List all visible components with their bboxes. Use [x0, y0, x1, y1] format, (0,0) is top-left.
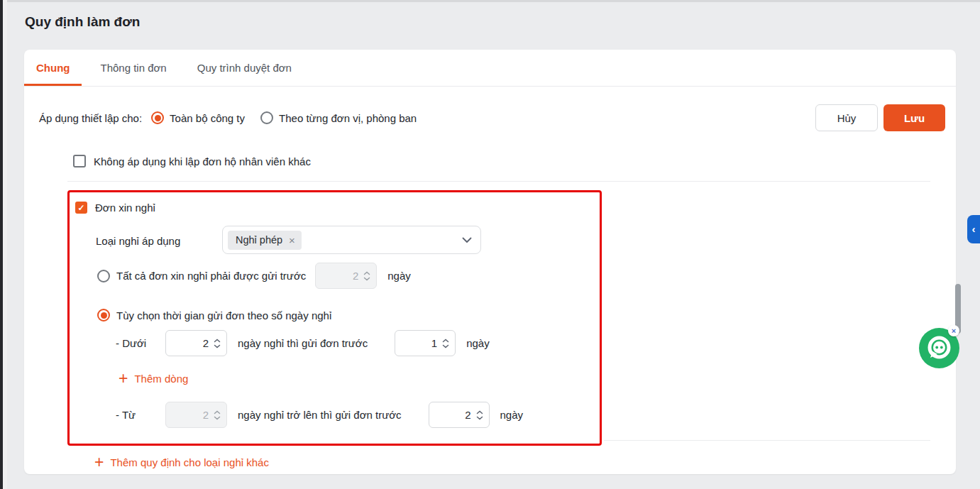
- add-leave-rule-label: Thêm quy định cho loại nghỉ khác: [110, 456, 268, 468]
- divider: [604, 440, 930, 441]
- sidebar-collapse-tab[interactable]: ‹: [967, 215, 980, 243]
- rule-from-prefix: - Từ: [116, 409, 149, 421]
- unit-label: ngày: [466, 337, 490, 349]
- rule-custom-row: Tùy chọn thời gian gửi đơn theo số ngày …: [97, 307, 341, 324]
- cancel-button[interactable]: Hủy: [815, 104, 878, 131]
- tab-quy-trinh-duyet-don[interactable]: Quy trình duyệt đơn: [185, 50, 304, 86]
- window-left-gap: [3, 0, 7, 489]
- chevron-down-icon[interactable]: [462, 237, 472, 243]
- rule-fixed-radio[interactable]: [97, 270, 110, 282]
- tag-close-icon[interactable]: ×: [289, 235, 295, 246]
- from-days-stepper: [165, 402, 227, 428]
- apply-settings-row: Áp dụng thiết lập cho: Toàn bộ công ty T…: [39, 104, 432, 131]
- divider: [67, 181, 930, 182]
- stepper-arrows-icon[interactable]: [476, 410, 483, 420]
- action-buttons: Hủy Lưu: [815, 104, 945, 131]
- chevron-left-icon: ‹: [972, 224, 976, 234]
- unit-label: ngày: [387, 270, 411, 282]
- leave-request-row[interactable]: ✓ Đơn xin nghỉ: [75, 202, 155, 214]
- skip-for-others-label: Không áp dụng khi lập đơn hộ nhân viên k…: [94, 155, 311, 167]
- from-send-before-input[interactable]: [435, 409, 476, 421]
- radio-option-whole-company[interactable]: Toàn bộ công ty: [151, 111, 245, 124]
- settings-card: Chung Thông tin đơn Quy trình duyệt đơn …: [24, 50, 956, 474]
- rule-under-middle-text: ngày nghỉ thì gửi đơn trước: [238, 337, 368, 349]
- under-days-stepper[interactable]: [165, 330, 227, 356]
- stepper-arrows-icon[interactable]: [214, 339, 221, 348]
- rule-fixed-days-stepper: [315, 263, 377, 289]
- stepper-arrows-icon: [214, 410, 221, 420]
- rule-from-middle-text: ngày nghỉ trở lên thì gửi đơn trước: [238, 409, 402, 421]
- window-top-edge: [0, 0, 980, 2]
- rule-custom-radio[interactable]: [97, 309, 110, 322]
- plus-icon: +: [94, 455, 104, 469]
- leave-type-label: Loại nghỉ áp dụng: [96, 235, 180, 247]
- tab-thong-tin-don[interactable]: Thông tin đơn: [88, 50, 178, 86]
- radio-option-per-department[interactable]: Theo từng đơn vị, phòng ban: [260, 111, 417, 124]
- annotation-rectangle: ✓ Đơn xin nghỉ Loại nghỉ áp dụng Nghỉ ph…: [67, 190, 602, 446]
- rule-under-row: - Dưới ngày nghỉ thì gửi đơn trước ngày: [116, 330, 490, 356]
- under-send-before-input[interactable]: [401, 337, 442, 349]
- rule-fixed-row: Tất cả đơn xin nghỉ phải được gửi trước …: [97, 263, 411, 289]
- leave-type-select[interactable]: Nghỉ phép ×: [222, 226, 481, 254]
- from-send-before-stepper[interactable]: [429, 402, 490, 428]
- leave-request-label: Đơn xin nghỉ: [95, 202, 155, 214]
- stepper-arrows-icon[interactable]: [442, 339, 449, 348]
- radio-label: Theo từng đơn vị, phòng ban: [279, 112, 417, 124]
- rule-custom-label: Tùy chọn thời gian gửi đơn theo số ngày …: [116, 309, 331, 322]
- close-icon: ×: [952, 326, 956, 335]
- unit-label: ngày: [500, 409, 524, 421]
- apply-settings-label: Áp dụng thiết lập cho:: [39, 112, 142, 124]
- save-button[interactable]: Lưu: [883, 104, 945, 131]
- leave-type-tag: Nghỉ phép ×: [228, 231, 302, 250]
- plus-icon: +: [119, 371, 128, 385]
- radio-per-department[interactable]: [260, 111, 273, 124]
- tabbar: Chung Thông tin đơn Quy trình duyệt đơn: [24, 50, 956, 87]
- radio-label: Toàn bộ công ty: [170, 112, 245, 124]
- check-icon: ✓: [77, 204, 84, 212]
- rule-fixed-days-input: [321, 270, 363, 282]
- leave-type-tag-label: Nghỉ phép: [236, 234, 282, 246]
- chat-close-button[interactable]: ×: [948, 325, 959, 336]
- tab-chung[interactable]: Chung: [24, 50, 82, 86]
- page-title: Quy định làm đơn: [25, 14, 140, 30]
- add-row-label: Thêm dòng: [134, 373, 188, 385]
- stepper-arrows-icon: [363, 271, 370, 281]
- radio-whole-company[interactable]: [151, 111, 164, 124]
- under-days-input[interactable]: [172, 337, 214, 349]
- skip-for-others-checkbox[interactable]: ✓: [73, 155, 86, 167]
- radio-dot: [101, 312, 107, 319]
- add-leave-rule-link[interactable]: + Thêm quy định cho loại nghỉ khác: [94, 455, 269, 469]
- add-row-link[interactable]: + Thêm dòng: [119, 371, 188, 385]
- rule-under-prefix: - Dưới: [116, 337, 149, 349]
- rule-fixed-label: Tất cả đơn xin nghỉ phải được gửi trước: [116, 270, 306, 282]
- rule-from-row: - Từ ngày nghỉ trở lên thì gửi đơn trước…: [116, 402, 523, 428]
- skip-for-others-row[interactable]: ✓ Không áp dụng khi lập đơn hộ nhân viên…: [73, 155, 311, 167]
- from-days-input: [172, 409, 214, 421]
- leave-request-checkbox[interactable]: ✓: [75, 202, 87, 214]
- under-send-before-stepper[interactable]: [395, 330, 456, 356]
- radio-dot: [155, 115, 161, 121]
